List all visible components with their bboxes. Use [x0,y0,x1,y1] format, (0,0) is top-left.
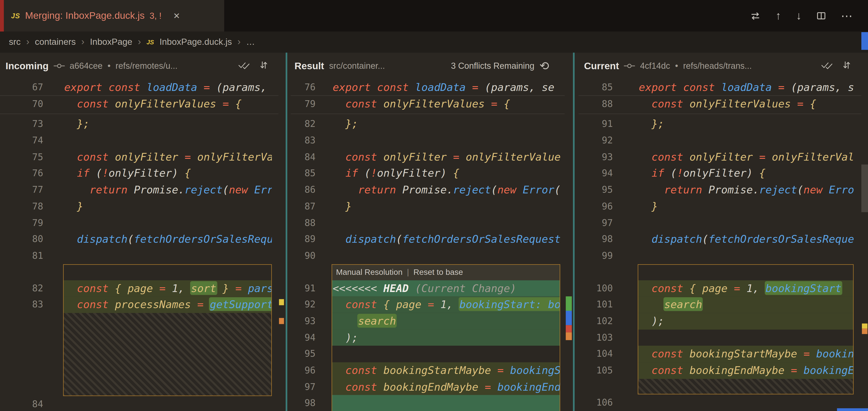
reset-to-base-action[interactable]: Reset to base [413,264,463,280]
compare-changes-icon[interactable] [842,60,851,72]
code-text[interactable]: }; [332,116,560,133]
code-text[interactable]: ); [638,313,854,329]
scroll-position-indicator [862,32,868,50]
code-line: 75 const onlyFilter = onlyFilterValues[ [0,149,278,165]
code-line: 94 if (!onlyFilter) { [579,165,861,182]
code-text[interactable]: } [638,198,854,215]
split-editor-icon[interactable] [816,11,826,21]
code-line: 95 return Promise.reject(new Error( [579,182,861,198]
code-text[interactable] [638,215,854,231]
line-number: 94 [579,165,613,182]
code-text[interactable]: const bookingStartMaybe = bookingSta [638,346,854,362]
code-text[interactable]: ); [332,329,560,346]
breadcrumb-item-inboxpage[interactable]: InboxPage [90,37,132,47]
code-text[interactable]: const onlyFilter = onlyFilterValues[ [63,149,272,165]
line-number: 77 [0,182,43,198]
code-line: 90 [291,247,565,264]
code-line: 93 const onlyFilter = onlyFilterValues[ [579,149,861,165]
manual-resolution-action[interactable]: Manual Resolution [336,264,403,280]
code-text[interactable]: dispatch(fetchOrdersOrSalesRequest [63,231,272,248]
breadcrumb-item-src[interactable]: src [9,37,21,47]
next-conflict-icon[interactable]: ↓ [796,9,802,22]
code-text[interactable]: return Promise.reject(new Error( [63,182,272,198]
code-text[interactable]: search [638,297,854,313]
line-number: 102 [579,313,613,329]
code-text[interactable]: const { page = 1, bookingStart: boo [332,297,560,313]
editor-tab[interactable]: JS Merging: InboxPage.duck.js 3, ! ✕ [4,0,224,32]
merge-conflict-block: 100 const { page = 1, bookingStart101 se… [579,264,861,394]
line-number: 87 [291,198,315,215]
code-text[interactable]: dispatch(fetchOrdersOrSalesRequest [638,231,854,248]
code-text[interactable] [638,247,854,264]
code-text[interactable]: const processNames = getSupported [63,297,272,313]
undo-icon[interactable]: ⟲ [539,59,549,72]
code-text[interactable]: }; [638,116,854,133]
code-text[interactable] [332,395,560,411]
accept-all-icon[interactable] [821,60,833,72]
code-text[interactable]: export const loadData = (params, se [332,79,560,96]
git-commit-icon [624,61,635,70]
code-text[interactable] [63,215,272,231]
code-text[interactable]: const { page = 1, sort } = parse [63,280,272,297]
code-text[interactable] [332,132,560,149]
code-text[interactable]: const { page = 1, bookingStart [638,280,854,297]
code-line: 92 [579,132,861,149]
line-number: 81 [0,247,43,264]
code-text[interactable] [63,132,272,149]
code-text[interactable]: return Promise.reject(new Error( [638,182,854,198]
code-text[interactable] [332,215,560,231]
collapsed-region-separator[interactable] [579,112,861,116]
code-text[interactable] [638,132,854,149]
code-text[interactable]: dispatch(fetchOrdersOrSalesRequest [332,231,560,248]
code-text[interactable] [332,346,560,362]
line-number: 100 [579,280,613,297]
code-line: 100 const { page = 1, bookingStart [579,280,861,297]
breadcrumb-item-more[interactable]: … [246,37,255,47]
pane-sash[interactable] [286,53,287,411]
code-text[interactable]: const bookingStartMaybe = bookingSta [332,362,560,379]
scrollbar-thumb[interactable] [862,165,868,212]
code-text[interactable]: if (!onlyFilter) { [63,165,272,182]
code-text[interactable] [63,247,272,264]
pane-title: Current [584,60,619,72]
code-text[interactable]: const bookingEndMaybe = bookingEnd [332,379,560,395]
open-changes-icon[interactable] [750,11,761,21]
code-text[interactable] [63,396,272,411]
code-line: 91 }; [579,116,861,133]
code-text[interactable] [332,247,560,264]
code-text[interactable] [638,329,854,346]
accept-all-icon[interactable] [238,60,250,72]
breadcrumb-item-file[interactable]: InboxPage.duck.js [160,37,232,47]
code-text[interactable]: search [332,313,560,329]
line-number: 79 [0,215,43,231]
code-text[interactable]: } [332,198,560,215]
code-text[interactable]: } [63,198,272,215]
horizontal-scrollbar-indicator[interactable] [837,408,868,411]
collapsed-region-separator[interactable] [0,112,278,116]
collapsed-region-separator[interactable] [291,112,565,116]
code-text[interactable]: const onlyFilterValues = { [332,96,560,112]
breadcrumb-item-containers[interactable]: containers [35,37,76,47]
code-text[interactable]: export const loadData = (params, s [63,79,272,96]
code-text[interactable]: if (!onlyFilter) { [332,165,560,182]
code-text[interactable]: const bookingEndMaybe = bookingEnd [638,362,854,379]
pane-incoming: Incoming a664cee • refs/remotes/u... 67e… [0,53,278,411]
compare-changes-icon[interactable] [259,60,269,72]
code-text[interactable] [638,394,854,411]
close-icon[interactable]: ✕ [173,11,180,21]
previous-conflict-icon[interactable]: ↑ [776,9,781,22]
code-text[interactable]: const onlyFilterValues = { [63,96,272,112]
pane-sash[interactable] [573,53,575,411]
code-text[interactable]: const onlyFilter = onlyFilterValues[ [638,149,854,165]
overview-ruler-mark [279,318,284,324]
code-line: 104 const bookingStartMaybe = bookingSta [579,346,861,362]
code-text[interactable]: export const loadData = (params, s [638,79,854,96]
code-text[interactable]: const onlyFilter = onlyFilterValues[ [332,149,560,165]
more-actions-icon[interactable]: ⋯ [841,9,853,22]
code-text[interactable]: return Promise.reject(new Error( [332,182,560,198]
code-text[interactable]: const onlyFilterValues = { [638,96,854,112]
code-text[interactable]: }; [63,116,272,133]
code-text[interactable]: if (!onlyFilter) { [638,165,854,182]
code-line: 80 dispatch(fetchOrdersOrSalesRequest [0,231,278,248]
code-text[interactable]: <<<<<<< HEAD (Current Change) [332,280,560,297]
